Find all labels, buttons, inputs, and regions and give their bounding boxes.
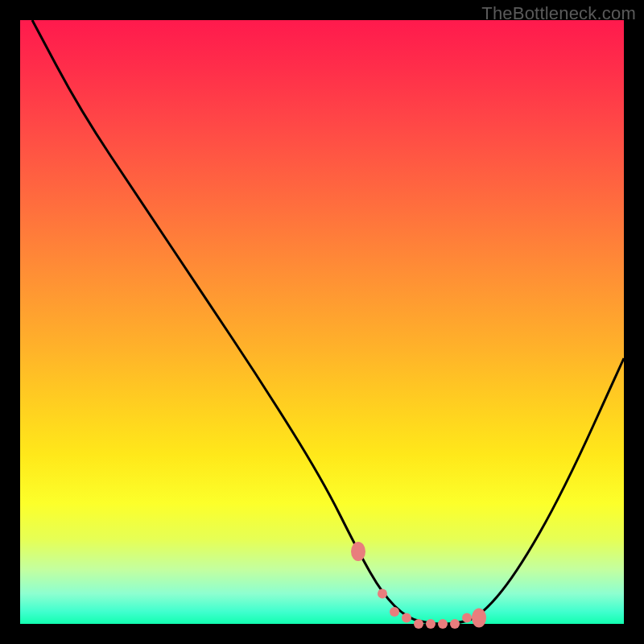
highlight-dot: [438, 619, 448, 629]
highlight-dot: [426, 619, 436, 629]
highlight-dot: [402, 613, 411, 623]
highlight-dot: [351, 542, 365, 561]
curve-layer: [20, 20, 624, 624]
watermark-text: TheBottleneck.com: [481, 3, 636, 24]
highlight-dot: [378, 589, 387, 599]
chart-frame: TheBottleneck.com: [0, 0, 644, 644]
highlight-dot: [390, 607, 399, 617]
bottleneck-curve: [32, 20, 624, 624]
highlight-dot: [472, 609, 486, 628]
highlight-dot: [450, 619, 460, 629]
highlight-dot: [414, 619, 423, 629]
highlight-markers: [351, 542, 486, 629]
highlight-dot: [462, 613, 472, 623]
